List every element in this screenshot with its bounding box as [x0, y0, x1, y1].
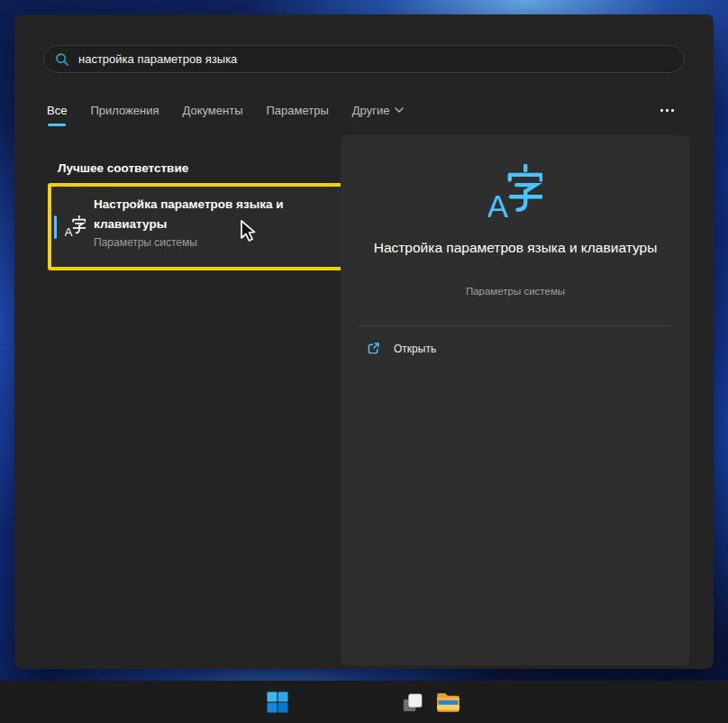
- folder-icon: [436, 691, 460, 713]
- tab-documents-label: Документы: [182, 104, 242, 117]
- tab-all[interactable]: Все: [47, 102, 67, 119]
- tab-apps-label: Приложения: [90, 104, 159, 117]
- result-subtitle: Параметры системы: [94, 236, 344, 249]
- search-box[interactable]: [43, 45, 685, 73]
- more-options-button[interactable]: [653, 104, 681, 117]
- divider: [359, 325, 672, 326]
- result-title: Настройка параметров языка и клавиатуры: [94, 195, 344, 233]
- preview-pane: A Настройка параметров языка и клавиатур…: [341, 135, 690, 665]
- tab-more[interactable]: Другие: [352, 102, 405, 119]
- best-match-header: Лучшее соответствие: [58, 161, 188, 175]
- tab-more-label: Другие: [352, 104, 390, 117]
- highlight-box-result: A Настройка параметров языка и клавиатур…: [48, 183, 355, 270]
- chevron-down-icon: [395, 107, 404, 113]
- tab-settings[interactable]: Параметры: [266, 102, 328, 119]
- tab-apps[interactable]: Приложения: [90, 102, 159, 119]
- preview-title: Настройка параметров языка и клавиатуры: [371, 237, 660, 259]
- task-view-icon: [402, 692, 423, 713]
- taskbar: Поиск: [0, 681, 728, 723]
- mouse-cursor: [238, 219, 258, 244]
- language-settings-icon-large: A: [488, 164, 542, 218]
- search-input[interactable]: [78, 52, 673, 66]
- language-settings-icon: A: [65, 215, 86, 236]
- more-options-icon: [660, 109, 663, 112]
- open-label: Открыть: [394, 343, 436, 355]
- selection-indicator: [54, 215, 57, 239]
- search-filter-tabs: Все Приложения Документы Параметры Други…: [47, 96, 681, 124]
- search-flyout-panel: Все Приложения Документы Параметры Други…: [14, 14, 714, 669]
- open-action[interactable]: Открыть: [366, 341, 436, 356]
- preview-subtitle: Параметры системы: [341, 286, 690, 297]
- start-button[interactable]: [265, 690, 290, 715]
- search-icon: [55, 52, 69, 67]
- svg-text:A: A: [65, 225, 73, 236]
- result-text: Настройка параметров языка и клавиатуры …: [94, 195, 344, 249]
- open-external-icon: [366, 341, 381, 356]
- active-tab-indicator: [48, 124, 66, 126]
- tab-settings-label: Параметры: [266, 104, 328, 117]
- best-match-result[interactable]: A Настройка параметров языка и клавиатур…: [51, 187, 351, 267]
- task-view-button[interactable]: [401, 691, 423, 713]
- file-explorer-button[interactable]: [436, 691, 460, 713]
- svg-text:A: A: [488, 188, 509, 218]
- tab-documents[interactable]: Документы: [182, 102, 242, 119]
- windows-logo-icon: [267, 691, 288, 713]
- tab-all-label: Все: [47, 104, 67, 117]
